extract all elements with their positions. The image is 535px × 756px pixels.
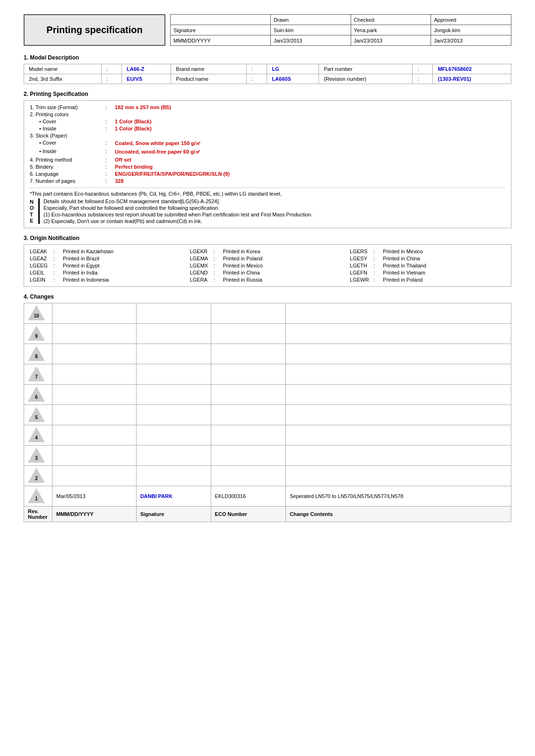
signature-cell-10: [136, 303, 211, 324]
section3-title: 3. Origin Notification: [24, 235, 511, 241]
row-signature-label: Signature: [171, 25, 271, 35]
rev-cell-1: 1: [24, 486, 52, 507]
checked-signature: Yena.park: [351, 25, 431, 35]
language-value: ENG/GER/FRE/ITA/SPA/POR/NED/GRK/SLN (9): [115, 171, 230, 177]
signature-cell-8: [136, 344, 211, 364]
signature-cell-2: [136, 466, 211, 486]
section4-title: 4. Changes: [24, 293, 511, 300]
notes-section: *This part contains Eco-hazardous substa…: [30, 188, 505, 224]
contents-cell-1: Seperated LN570 to LN570/LN575/LN577/LN5…: [286, 486, 511, 507]
eco-cell-2: [211, 466, 285, 486]
date-cell-5: [52, 405, 137, 425]
date-cell-2: [52, 466, 137, 486]
rev-cell-6: 6: [24, 385, 52, 405]
row-date-label: MMM/DD/YYYY: [171, 35, 271, 46]
signature-cell-9: [136, 324, 211, 344]
suffix-value: EU/VS: [122, 74, 171, 84]
model-description-table: Model name : LA66-Z Brand name : LG Part…: [24, 64, 511, 84]
trim-size-label: 1. Trim size (Format): [30, 104, 105, 110]
rev-cell-9: 9: [24, 324, 52, 344]
cover-stock-row: • Cover : Coated, Snow white paper 150 g…: [39, 140, 505, 147]
rev-cell-10: 10: [24, 303, 52, 324]
model-name-label: Model name: [24, 64, 102, 74]
origin-lgefn: LGEFN : Printed in Vietnam: [350, 270, 505, 275]
signature-cell-3: [136, 446, 211, 466]
bindery-row: 5. Bindery : Perfect binding: [30, 164, 505, 170]
part-number-value: MFL67658602: [433, 64, 511, 74]
suffix-label: 2nd, 3rd Suffix: [24, 74, 102, 84]
inside-stock-row: • Inside : Uncoated, wood-free paper 60 …: [39, 148, 505, 155]
eco-cell-7: [211, 364, 285, 385]
eco-cell-5: [211, 405, 285, 425]
origin-box: LGEAK : Printed in Kazakhstan LGEKR : Pr…: [24, 244, 511, 287]
origin-lgema: LGEMA : Printed in Poland: [190, 256, 345, 261]
changes-row-6: 6: [24, 385, 511, 405]
checked-date: Jan/23/2013: [351, 35, 431, 46]
rev-cell-4: 4: [24, 425, 52, 446]
note-content: Details should be followed Eco-SCM manag…: [38, 198, 505, 224]
changes-row-2: 2: [24, 466, 511, 486]
printing-spec-box: 1. Trim size (Format) : 182 mm x 257 mm …: [24, 100, 511, 228]
origin-lgesy: LGESY : Printed in China: [350, 256, 505, 261]
date-cell-10: [52, 303, 137, 324]
origin-lgeaz: LGEAZ : Printed in Brazil: [30, 256, 185, 261]
cover-color-value: 1 Color (Black): [115, 119, 152, 124]
approved-date: Jan/23/2013: [431, 35, 511, 46]
pages-row: 7. Number of pages : 328: [30, 178, 505, 184]
inside-color-value: 1 Color (Black): [115, 126, 152, 131]
language-row: 6. Language : ENG/GER/FRE/ITA/SPA/POR/NE…: [30, 171, 505, 177]
eco-cell-10: [211, 303, 285, 324]
changes-row-10: 10: [24, 303, 511, 324]
printing-colors-label: 2. Printing colors: [30, 112, 505, 117]
inside-stock-value: Uncoated, wood-free paper 60 g/㎡: [115, 148, 200, 155]
eco-cell-3: [211, 446, 285, 466]
product-name-label: Product name: [171, 74, 247, 84]
rev-cell-8: 8: [24, 344, 52, 364]
title-box: Printing specification: [24, 14, 165, 46]
stock-paper-label: 3. Stock (Paper): [30, 133, 505, 138]
part-number-label: Part number: [319, 64, 413, 74]
note-body-wrapper: N O T E Details should be followed Eco-S…: [30, 198, 505, 224]
section1-title: 1. Model Description: [24, 54, 511, 61]
note-line-4: (2) Especially, Don't use or contain lea…: [43, 218, 505, 224]
date-cell-9: [52, 324, 137, 344]
date-cell-7: [52, 364, 137, 385]
date-cell-1: Mar/05/2013: [52, 486, 137, 507]
date-cell-4: [52, 425, 137, 446]
section2-title: 2. Printing Specification: [24, 91, 511, 97]
brand-name-label: Brand name: [171, 64, 247, 74]
header-section: Printing specification Drawn Checked App…: [24, 14, 511, 46]
contents-cell-9: [286, 324, 511, 344]
note-line-1: Details should be followed Eco-SCM manag…: [43, 198, 505, 204]
col-checked: Checked: [351, 15, 431, 25]
changes-row-5: 5: [24, 405, 511, 425]
origin-lgemx: LGEMX : Printed in Mexico: [190, 263, 345, 268]
contents-cell-8: [286, 344, 511, 364]
trim-size-row: 1. Trim size (Format) : 182 mm x 257 mm …: [30, 104, 505, 110]
signature-cell-6: [136, 385, 211, 405]
col-approved: Approved: [431, 15, 511, 25]
rev-cell-5: 5: [24, 405, 52, 425]
bindery-value: Perfect binding: [115, 164, 153, 170]
rev-cell-7: 7: [24, 364, 52, 385]
contents-cell-6: [286, 385, 511, 405]
contents-cell-10: [286, 303, 511, 324]
origin-lgewr: LGEWR : Printed in Poland: [350, 277, 505, 283]
document-title: Printing specification: [46, 25, 142, 35]
contents-cell-7: [286, 364, 511, 385]
footer-col4: ECO Number: [211, 507, 285, 522]
eco-cell-4: [211, 425, 285, 446]
changes-footer-row: Rev. Number MMM/DD/YYYY Signature ECO Nu…: [24, 507, 511, 522]
revision-label: (Revision number): [319, 74, 413, 84]
date-cell-8: [52, 344, 137, 364]
eco-cell-6: [211, 385, 285, 405]
printing-method-value: Off set: [115, 157, 131, 163]
changes-row-8: 8: [24, 344, 511, 364]
rev-cell-3: 3: [24, 446, 52, 466]
footer-col5: Change Contents: [286, 507, 511, 522]
changes-table: 10 9 8 7 6 5 4 3: [24, 303, 511, 522]
cover-stock-value: Coated, Snow white paper 150 g/㎡: [115, 140, 201, 147]
changes-row-7: 7: [24, 364, 511, 385]
signature-cell-1: DANBI PARK: [136, 486, 211, 507]
product-name-value: LA660S: [267, 74, 319, 84]
